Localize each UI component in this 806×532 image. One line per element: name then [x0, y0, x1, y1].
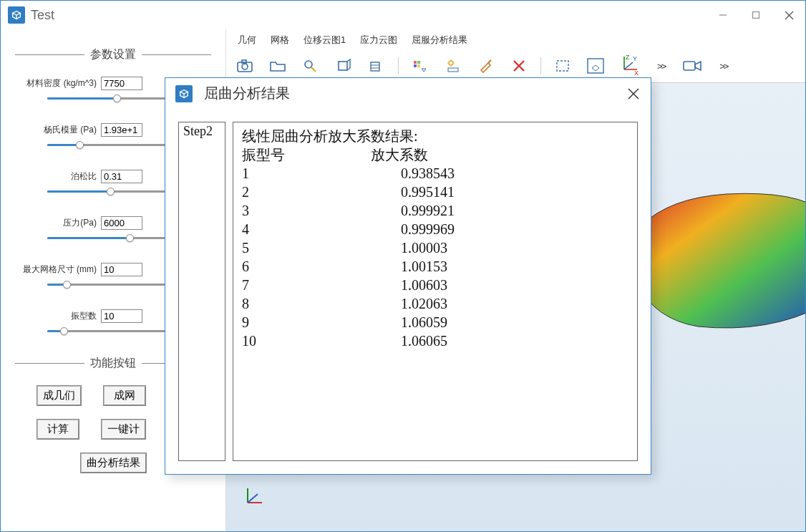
app-icon: [8, 6, 25, 24]
svg-rect-22: [448, 68, 458, 72]
results-panel: 线性屈曲分析放大系数结果: 振型号 放大系数 10.93854320.99514…: [233, 122, 638, 461]
cube-face-icon[interactable]: [332, 57, 355, 75]
cell-mode: 3: [242, 201, 401, 220]
results-row: 71.00603: [242, 276, 628, 294]
pressure-label: 压力(Pa): [15, 217, 101, 229]
svg-rect-16: [417, 64, 420, 67]
svg-line-8: [311, 67, 316, 72]
tab-disp[interactable]: 位移云图1: [301, 32, 349, 48]
pressure-input[interactable]: [101, 216, 142, 230]
cell-factor: 0.999921: [401, 201, 455, 220]
zoom-fit-icon[interactable]: [299, 57, 322, 75]
axis-triad-icon: ZXY: [617, 54, 641, 78]
results-row: 40.999969: [242, 220, 628, 238]
toolbar-separator-2: [540, 57, 541, 74]
tab-mesh[interactable]: 网格: [268, 32, 292, 48]
cube-lines-icon[interactable]: [365, 57, 388, 75]
toolbar-overflow-1[interactable]: >>: [657, 61, 665, 72]
svg-text:Z: Z: [626, 54, 630, 61]
buckling-results-button[interactable]: 曲分析结果: [80, 453, 147, 473]
compute-button[interactable]: 计算: [37, 419, 79, 440]
tab-geom[interactable]: 几何: [235, 32, 259, 48]
youngs-label: 杨氏模量 (Pa): [15, 124, 101, 136]
svg-point-5: [242, 64, 248, 69]
results-rows: 10.93854320.99514130.99992140.99996951.0…: [242, 164, 628, 350]
youngs-input[interactable]: [101, 123, 142, 137]
meshsize-input[interactable]: [101, 263, 142, 276]
col-mode: 振型号: [242, 145, 371, 164]
cell-mode: 9: [242, 313, 401, 332]
tab-stress[interactable]: 应力云图: [357, 32, 400, 48]
light-icon[interactable]: [442, 57, 465, 75]
gen-geom-button[interactable]: 成几们: [37, 385, 82, 406]
results-row: 51.00003: [242, 238, 628, 257]
toolbar-overflow-2[interactable]: >>: [719, 61, 727, 72]
svg-rect-25: [557, 61, 568, 71]
results-row: 20.995141: [242, 183, 628, 201]
col-factor: 放大系数: [371, 145, 428, 164]
camera-icon[interactable]: [233, 57, 256, 75]
main-titlebar[interactable]: Test: [1, 1, 805, 29]
results-row: 61.00153: [242, 257, 628, 276]
mini-axis-icon: [241, 484, 266, 510]
svg-rect-6: [242, 60, 246, 63]
svg-point-17: [449, 61, 453, 65]
dialog-title: 屈曲分析结果: [204, 84, 290, 103]
cell-factor: 1.02063: [401, 294, 447, 313]
cell-mode: 10: [242, 332, 401, 350]
svg-text:Y: Y: [633, 55, 637, 62]
step-item[interactable]: Step2: [179, 122, 225, 140]
func-section-title: 功能按钮: [84, 356, 142, 371]
cell-mode: 6: [242, 257, 401, 276]
delete-icon[interactable]: [508, 57, 530, 75]
cell-factor: 0.938543: [401, 164, 455, 183]
results-row: 81.02063: [242, 294, 628, 313]
brush-icon[interactable]: [475, 57, 497, 75]
fem-model-preview: [626, 183, 805, 341]
cell-mode: 1: [242, 164, 401, 183]
cell-factor: 0.995141: [401, 183, 455, 201]
density-input[interactable]: [101, 77, 142, 90]
param-section-header: 参数设置: [15, 47, 211, 62]
tab-strip: 几何 网格 位移云图1 应力云图 屈服分析结果: [226, 29, 805, 49]
window-controls: [707, 1, 805, 29]
gen-mesh-button[interactable]: 成网: [103, 385, 146, 406]
palette-icon[interactable]: [409, 57, 432, 75]
cell-factor: 1.00603: [401, 276, 447, 294]
minimize-button[interactable]: [707, 1, 739, 29]
poisson-input[interactable]: [101, 170, 142, 183]
svg-rect-14: [417, 61, 420, 64]
cell-mode: 5: [242, 238, 401, 257]
svg-rect-13: [414, 61, 417, 64]
framed-cube-icon[interactable]: [584, 57, 607, 75]
buckling-results-dialog: 屈曲分析结果 Step2 线性屈曲分析放大系数结果: 振型号 放大系数 10.9…: [165, 77, 651, 475]
select-box-icon[interactable]: [551, 57, 574, 75]
svg-line-36: [248, 494, 258, 503]
results-row: 91.06059: [242, 313, 628, 332]
results-title: 线性屈曲分析放大系数结果:: [242, 127, 628, 145]
results-row: 10.938543: [242, 164, 628, 183]
svg-rect-10: [371, 62, 379, 71]
step-list-panel: Step2: [178, 122, 225, 461]
dialog-close-button[interactable]: [626, 87, 641, 101]
onekey-button[interactable]: 一键计: [101, 419, 146, 440]
dialog-titlebar[interactable]: 屈曲分析结果: [165, 77, 651, 109]
meshsize-label: 最大网格尺寸 (mm): [15, 263, 101, 276]
video-camera-icon[interactable]: [681, 57, 704, 75]
toolbar-separator: [398, 57, 399, 74]
folder-icon[interactable]: [266, 57, 289, 75]
cell-factor: 0.999969: [401, 220, 455, 238]
modecount-input[interactable]: [101, 309, 142, 323]
modecount-label: 振型数: [15, 310, 101, 322]
svg-rect-15: [414, 64, 417, 67]
svg-rect-9: [339, 62, 347, 70]
svg-text:X: X: [634, 69, 639, 77]
svg-point-7: [305, 61, 312, 68]
cell-factor: 1.06059: [401, 313, 447, 332]
cell-factor: 1.06065: [401, 332, 447, 350]
tab-yield[interactable]: 屈服分析结果: [409, 32, 470, 48]
cell-factor: 1.00003: [401, 238, 447, 257]
param-section-title: 参数设置: [84, 47, 142, 62]
maximize-button[interactable]: [739, 1, 772, 29]
close-button[interactable]: [772, 1, 805, 29]
